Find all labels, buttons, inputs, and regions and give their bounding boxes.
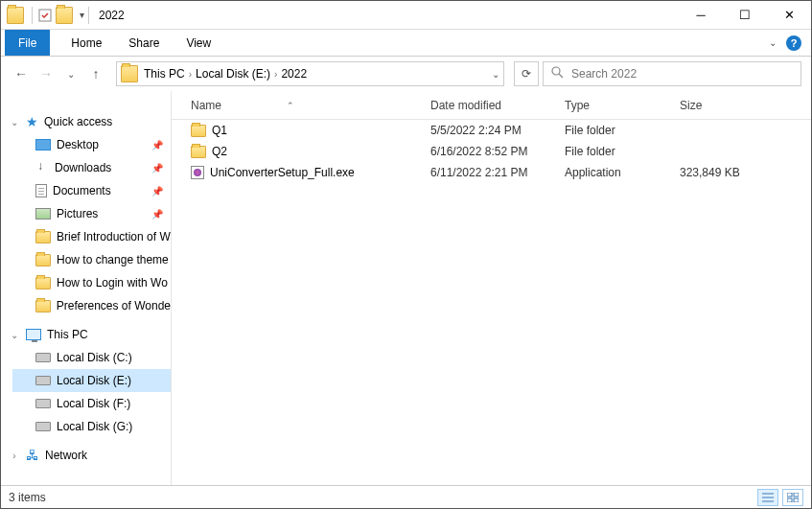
- svg-rect-8: [787, 498, 792, 502]
- sidebar-item-folder[interactable]: How to Login with Wo: [12, 271, 171, 294]
- search-box[interactable]: [543, 61, 801, 86]
- column-type[interactable]: Type: [565, 99, 680, 112]
- tab-file[interactable]: File: [5, 30, 50, 56]
- folder-icon: [191, 125, 206, 137]
- pin-icon: 📌: [151, 140, 163, 150]
- file-type: File folder: [565, 145, 680, 158]
- network-label: Network: [45, 449, 87, 462]
- sidebar-item-folder[interactable]: Brief Introduction of W: [12, 225, 171, 248]
- file-name: Q2: [212, 145, 227, 158]
- sidebar-item-label: Pictures: [57, 207, 98, 220]
- sidebar-item-drive-g[interactable]: Local Disk (G:): [12, 415, 171, 438]
- tab-share[interactable]: Share: [115, 30, 173, 56]
- sidebar-item-drive-e[interactable]: Local Disk (E:): [12, 369, 171, 392]
- ribbon: File Home Share View ⌄ ?: [1, 30, 811, 57]
- quick-access-root[interactable]: ⌄ ★ Quick access: [1, 110, 171, 133]
- network-icon: 🖧: [26, 448, 39, 463]
- window-title: 2022: [99, 9, 125, 22]
- sidebar-item-label: Brief Introduction of W: [57, 230, 171, 243]
- sidebar-item-folder[interactable]: Preferences of Wonde: [12, 294, 171, 317]
- column-name[interactable]: Name ⌃: [172, 99, 430, 112]
- help-icon[interactable]: ?: [786, 35, 801, 51]
- breadcrumb-label: Local Disk (E:): [196, 67, 270, 81]
- disk-icon: [35, 376, 51, 385]
- column-date[interactable]: Date modified: [430, 99, 565, 112]
- up-button[interactable]: ↑: [85, 63, 106, 84]
- titlebar: ▾ 2022 ─ ☐ ✕: [1, 1, 811, 30]
- disk-icon: [35, 422, 51, 431]
- file-rows: Q1 5/5/2022 2:24 PM File folder Q2 6/16/…: [172, 120, 811, 485]
- file-type: Application: [565, 166, 680, 179]
- sidebar-item-label: Local Disk (E:): [57, 374, 131, 387]
- minimize-button[interactable]: ─: [679, 1, 723, 30]
- recent-dropdown-icon[interactable]: ⌄: [60, 63, 81, 84]
- qat-properties-icon[interactable]: [36, 7, 54, 24]
- file-date: 6/11/2022 2:21 PM: [430, 166, 565, 179]
- breadcrumb-0[interactable]: This PC›: [144, 67, 196, 81]
- chevron-right-icon[interactable]: ›: [9, 451, 20, 461]
- refresh-button[interactable]: ⟳: [514, 61, 539, 86]
- forward-button[interactable]: →: [35, 63, 57, 84]
- chevron-down-icon[interactable]: ⌄: [9, 330, 20, 340]
- this-pc-label: This PC: [47, 328, 88, 341]
- sidebar-item-drive-c[interactable]: Local Disk (C:): [12, 346, 171, 369]
- sidebar-item-folder[interactable]: How to change theme: [12, 248, 171, 271]
- this-pc-root[interactable]: ⌄ This PC: [1, 323, 171, 346]
- pc-icon: [26, 329, 41, 340]
- address-bar[interactable]: This PC› Local Disk (E:)› 2022 ⌄: [116, 61, 504, 86]
- close-button[interactable]: ✕: [767, 1, 811, 30]
- pin-icon: 📌: [151, 209, 163, 220]
- column-size[interactable]: Size: [680, 99, 776, 112]
- application-icon: [191, 166, 204, 179]
- tab-home[interactable]: Home: [58, 30, 115, 56]
- breadcrumb-1[interactable]: Local Disk (E:)›: [196, 67, 281, 81]
- ribbon-collapse-icon[interactable]: ⌄: [769, 37, 777, 48]
- tab-view[interactable]: View: [173, 30, 224, 56]
- sidebar-item-label: Documents: [53, 184, 111, 197]
- disk-icon: [35, 399, 51, 408]
- chevron-down-icon[interactable]: ⌄: [9, 117, 20, 127]
- sidebar-item-documents[interactable]: Documents 📌: [12, 179, 171, 202]
- column-headers: Name ⌃ Date modified Type Size: [172, 91, 811, 120]
- list-item[interactable]: UniConverterSetup_Full.exe 6/11/2022 2:2…: [172, 162, 811, 183]
- breadcrumb-label: This PC: [144, 67, 185, 81]
- network-root[interactable]: › 🖧 Network: [1, 444, 171, 467]
- address-folder-icon: [121, 65, 138, 82]
- sidebar-item-label: Preferences of Wonde: [57, 299, 171, 312]
- status-count: 3 items: [9, 491, 46, 504]
- sidebar-item-downloads[interactable]: Downloads 📌: [12, 156, 171, 179]
- file-type: File folder: [565, 124, 680, 137]
- sidebar-item-pictures[interactable]: Pictures 📌: [12, 202, 171, 225]
- view-large-button[interactable]: [782, 489, 803, 506]
- sort-ascending-icon: ⌃: [287, 101, 294, 110]
- svg-line-2: [559, 74, 563, 78]
- list-item[interactable]: Q1 5/5/2022 2:24 PM File folder: [172, 120, 811, 141]
- file-name: UniConverterSetup_Full.exe: [210, 166, 355, 179]
- view-details-button[interactable]: [757, 489, 778, 506]
- chevron-right-icon[interactable]: ›: [189, 69, 192, 80]
- chevron-right-icon[interactable]: ›: [274, 69, 277, 80]
- sidebar-item-label: Local Disk (F:): [57, 397, 130, 410]
- svg-rect-9: [794, 498, 799, 502]
- search-input[interactable]: [571, 67, 793, 81]
- qat-dropdown-icon[interactable]: ▾: [80, 10, 84, 20]
- sidebar-item-desktop[interactable]: Desktop 📌: [12, 133, 171, 156]
- file-size: 323,849 KB: [680, 166, 776, 179]
- sidebar-item-label: How to change theme: [57, 253, 169, 266]
- folder-icon: [35, 277, 51, 289]
- pin-icon: 📌: [151, 186, 163, 197]
- list-item[interactable]: Q2 6/16/2022 8:52 PM File folder: [172, 141, 811, 162]
- address-dropdown-icon[interactable]: ⌄: [492, 69, 499, 80]
- main-area: ⌄ ★ Quick access Desktop 📌 Downloads 📌 D…: [1, 91, 811, 485]
- disk-icon: [35, 353, 51, 362]
- window-folder-icon: [7, 7, 24, 24]
- back-button[interactable]: ←: [11, 63, 32, 84]
- svg-rect-6: [787, 493, 792, 497]
- sidebar-item-label: How to Login with Wo: [57, 276, 168, 289]
- qat-newfolder-icon[interactable]: [56, 7, 73, 24]
- document-icon: [35, 184, 47, 197]
- file-date: 6/16/2022 8:52 PM: [430, 145, 565, 158]
- maximize-button[interactable]: ☐: [723, 1, 767, 30]
- breadcrumb-2[interactable]: 2022: [281, 67, 307, 81]
- sidebar-item-drive-f[interactable]: Local Disk (F:): [12, 392, 171, 415]
